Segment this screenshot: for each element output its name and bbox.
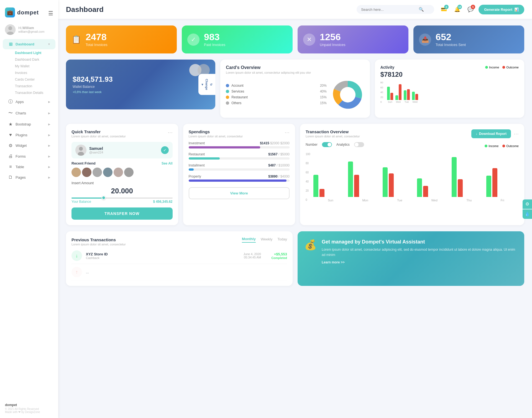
installment-limit-val: $10000 [278,163,290,167]
chat-icon-btn[interactable]: 💬 5 [465,4,476,15]
sidebar-sub-invoices[interactable]: Invoices [12,70,58,76]
transfer-now-button[interactable]: TRANSFER NOW [71,207,173,220]
tx-bars-area: Sun Mon Tue Wed Thu Fri [313,153,519,208]
sidebar-item-dashboard[interactable]: ⊞ Dashboard ▼ [3,39,55,49]
analytics-toggle-label: Analytics [336,143,350,147]
sidebar-item-table[interactable]: ≡ Table ▶ [3,162,55,172]
widget-icon: ⚙ [8,143,13,148]
tab-weekly[interactable]: Weekly [261,237,272,242]
change-button[interactable]: ↻ Change ▼ [198,74,215,95]
sidebar-item-charts[interactable]: 〜 Charts ▶ [3,108,55,119]
user-greeting: Hi,William [18,26,44,30]
activity-card: Activity Income Outcome $78120 80 60 40 … [375,60,524,118]
sidebar-sub-cards-center[interactable]: Cards Center [12,76,58,83]
search-bar: 🔍 [357,5,434,14]
number-switch[interactable] [322,142,332,147]
friend-avatar-4 [103,168,112,177]
restaurant-fill [189,157,220,160]
restaurant-progress [189,157,290,160]
sidebar-item-widget[interactable]: ⚙ Widget ▶ [3,140,55,151]
generate-report-button[interactable]: Generate Report 📊 [479,5,524,14]
sidebar-sub-my-wallet[interactable]: My Wallet [12,63,58,70]
friend-avatar-2 [82,168,91,177]
balance-row: Your Balance $ 456,345.62 [71,200,173,204]
sidebar-item-table-label: Table [16,165,24,169]
restaurant-amount: $1567 [268,152,277,156]
unpaid-invoice-label: Unpaid Invoices [320,43,346,47]
prev-transactions-card: Previous Transactions Lorem ipsum dolor … [66,231,293,286]
apps-icon: ⓘ [8,99,13,105]
tx-overview-header: Transaction Overview Lorem ipsum dolor s… [306,129,519,138]
sidebar-item-forms[interactable]: 🖨 Forms ▶ [3,151,55,161]
recent-friends-header: Recent Friend See All [71,161,173,165]
tue-income-bar [404,90,406,100]
mon-income-bar [395,95,398,100]
sidebar-item-pages[interactable]: 🗋 Pages ▶ [3,172,55,182]
wallet-icon-btn[interactable]: 💳 2 [439,4,449,15]
analytics-switch[interactable] [354,142,364,147]
sidebar-item-bootstrap[interactable]: ★ Bootstrap ▶ [3,119,55,129]
plugins-icon: ♥ [8,132,13,137]
legend-items: Account 20% Services 40% Restaurant [226,84,326,107]
sidebar-sub-transaction-details[interactable]: Transaction Details [12,89,58,96]
promo-learn-more-link[interactable]: Learn more >> [322,260,345,264]
sidebar-sub-transaction[interactable]: Transaction [12,83,58,89]
sidebar-item-plugins[interactable]: ♥ Plugins ▶ [3,130,55,140]
water-icon-btn[interactable]: 💧 [523,209,532,219]
paid-invoice-label: Paid Invoices [204,43,225,47]
header-icons: 💳 2 🔔 12 💬 5 Generate Report 📊 [439,4,524,15]
spending-installment: Installment $487 / $10000 [189,163,290,171]
analytics-toggle[interactable] [354,142,364,147]
activity-header: Activity Income Outcome [380,65,519,70]
tx-cashback-info: XYZ Store ID Cashback [86,252,232,260]
stat-cards-row: 📋 2478 Total Invoices ✓ 983 Paid Invoice… [66,25,524,53]
pages-icon: 🗋 [8,175,13,180]
sidebar-item-apps[interactable]: ⓘ Apps ▶ [3,96,55,107]
activity-chart: 80 60 40 20 0 [380,81,519,103]
toggle-row: Number Analytics [306,142,364,147]
investment-fill [189,146,260,148]
view-more-button[interactable]: View More [189,187,290,199]
tx-chart-container: 100 80 60 40 20 0 [306,153,519,208]
total-invoice-number: 2478 [86,32,108,42]
investment-progress [189,146,290,148]
tx-wed-label: Wed [431,199,437,202]
bell-icon-btn[interactable]: 🔔 12 [452,4,462,15]
dots-menu-button[interactable]: ⋯ [168,129,173,135]
thu-income-big [452,157,457,197]
sidebar-sub-dashboard: Dashboard Light Dashboard Dark My Wallet… [0,50,58,96]
search-input[interactable] [361,7,416,12]
sidebar-sub-dashboard-light[interactable]: Dashboard Light [12,50,58,56]
sidebar-sub-dashboard-dark[interactable]: Dashboard Dark [12,56,58,63]
tx-dots-menu[interactable]: ⋯ [514,131,519,137]
tx-y-axis: 100 80 60 40 20 0 [306,153,313,208]
see-all-link[interactable]: See All [162,161,173,165]
settings-icon-btn[interactable]: ⚙ [523,199,532,209]
sidebar-item-bootstrap-label: Bootstrap [16,122,31,126]
tx-mon-label: Mon [362,199,368,202]
tab-today[interactable]: Today [277,237,287,242]
sidebar-footer: dompet © 2021 All Rights Reserved Made w… [0,400,58,414]
spendings-desc: Lorem ipsum dolor sit amet, consectetur [189,135,243,138]
sidebar-item-forms-label: Forms [16,154,26,158]
charts-icon: 〜 [8,110,13,116]
transfer-user-handle: @sam224 [89,151,103,154]
sidebar-item-apps-label: Apps [16,100,24,104]
download-report-button[interactable]: ↓ Download Report [471,129,511,138]
amount-slider[interactable] [71,198,173,199]
legend-account-pct: 20% [320,84,327,88]
tx-outcome-dot [502,145,505,147]
download-icon: ↓ [476,132,477,136]
bar-group-wed: Wed [412,81,418,103]
number-toggle[interactable] [322,142,332,147]
unpaid-invoice-number: 1256 [320,32,346,42]
spendings-items: Investment $1415 $2000 $2000 [189,141,290,182]
property-amount: $3890 [268,175,277,178]
tx-cashback-amount-col: +$5,553 Completed [265,252,287,260]
spendings-dots-menu[interactable]: ⋯ [285,129,290,135]
wallet-card: $824,571.93 Wallet Balance +0,8% than la… [66,60,215,109]
dashboard-icon: ⊞ [8,42,13,47]
right-sidebar: ⚙ 💧 [523,199,532,219]
hamburger-icon[interactable]: ☰ [48,5,53,20]
tab-monthly[interactable]: Monthly [242,237,256,243]
